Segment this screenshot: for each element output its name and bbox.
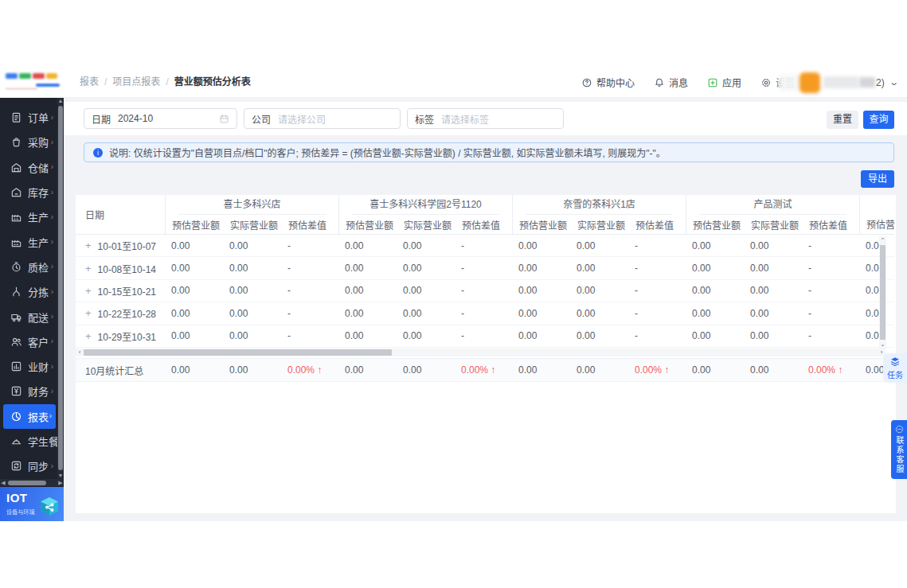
sidebar-item-production[interactable]: 生产› [0, 204, 57, 229]
scroll-left-arrow[interactable]: ◀ [0, 479, 6, 486]
value-cell: 0.00 [686, 308, 744, 319]
scrollbar-thumb[interactable] [84, 349, 392, 356]
table-header: 日期喜士多科兴店预估营业额实际营业额预估差值喜士多科兴科学园2号1120预估营业… [76, 195, 894, 235]
value-cell: 0.00 [686, 263, 744, 274]
date-range: 10-15至10-21 [98, 284, 156, 298]
sidebar-item-orders[interactable]: 订单› [0, 105, 57, 130]
help-center-button[interactable]: 帮助中心 [581, 76, 635, 89]
table-horizontal-scrollbar[interactable]: ‹ › [76, 349, 885, 356]
query-button[interactable]: 查询 [863, 111, 894, 129]
value-cell: 0.00 [223, 330, 281, 341]
scroll-down-arrow[interactable]: ⌄ [879, 341, 886, 349]
sidebar-vertical-scrollbar[interactable]: ▲ ▼ [57, 97, 64, 480]
apps-button[interactable]: 应用 [707, 76, 741, 89]
tasks-label: 任务 [887, 368, 903, 380]
sidebar-item-label: 生产 [28, 235, 49, 250]
messages-button[interactable]: 消息 [654, 76, 688, 89]
iot-banner[interactable]: IOT 设备与环境 [0, 487, 64, 521]
sidebar-item-warehouse[interactable]: 仓储› [0, 155, 57, 180]
breadcrumb-reports[interactable]: 报表 [80, 76, 99, 88]
group-title: 奈雪的茶科兴1店 [526, 195, 673, 215]
filter-bar: 日期 2024-10 公司 请选择公司 标签 请选择标签 重置 查询 [64, 102, 907, 135]
chevron-right-icon: › [51, 189, 53, 197]
chevron-right-icon: › [51, 462, 53, 470]
sidebar-item-quality[interactable]: 质检› [0, 255, 57, 279]
expand-icon[interactable]: + [85, 263, 92, 275]
sidebar-item-sorting[interactable]: 分拣› [0, 279, 57, 304]
expand-icon[interactable]: + [85, 285, 92, 297]
sidebar-item-purchase[interactable]: 采购› [0, 130, 57, 154]
scrollbar-thumb[interactable] [880, 245, 885, 340]
chevron-right-icon: › [51, 263, 53, 271]
chevron-right-icon: › [51, 163, 53, 171]
column-header: 预估营业额 [513, 218, 571, 232]
export-button[interactable]: 导出 [861, 170, 894, 188]
calendar-icon [219, 114, 229, 124]
sidebar-item-label: 仓储 [28, 160, 49, 175]
sidebar-item-reports[interactable]: 报表› [3, 404, 56, 429]
iot-cube-icon [38, 496, 61, 517]
sidebar-item-sync[interactable]: 同步› [0, 454, 57, 478]
sidebar-horizontal-scrollbar[interactable]: ◀ ▶ [0, 479, 64, 486]
inventory-icon [10, 186, 22, 198]
date-cell: +10-01至10-07 [76, 239, 165, 252]
summary-cell: 0.00% ↑ [455, 364, 512, 376]
notice-banner: i 说明: 仅统计设置为"自营项目点/档口"的客户; 预估差异 = (预估营业额… [84, 142, 894, 162]
value-cell: 0.00 [512, 285, 570, 296]
value-cell: - [281, 240, 338, 251]
sidebar-item-student-meal[interactable]: 学生餐 [0, 429, 57, 454]
table-vertical-scrollbar[interactable]: ⌃ ⌄ [879, 236, 886, 349]
sidebar-item-label: 同步 [28, 458, 49, 473]
group-title: 喜士多科兴店 [178, 195, 326, 215]
expand-icon[interactable]: + [85, 239, 92, 251]
sidebar-item-inventory[interactable]: 库存› [0, 180, 57, 204]
scrollbar-thumb[interactable] [8, 481, 46, 485]
scroll-up-arrow[interactable]: ▲ [57, 97, 64, 105]
sidebar-item-delivery[interactable]: 配送› [0, 304, 57, 329]
sidebar-item-label: 生产 [28, 209, 49, 224]
tag-select[interactable]: 标签 请选择标签 [407, 108, 564, 129]
sidebar-item-customers[interactable]: 客户› [0, 329, 57, 354]
value-cell: 0.00 [859, 285, 894, 296]
contact-support-widget[interactable]: 联系客服 [891, 420, 907, 479]
topbar-actions: 帮助中心 消息 应用 设置 2) ⌄ [562, 68, 897, 97]
scroll-right-arrow[interactable]: ▶ [57, 479, 64, 486]
production-2-icon [10, 236, 22, 248]
group-title [873, 195, 894, 214]
sidebar-item-finance[interactable]: 财务› [0, 379, 57, 403]
value-cell: 0.00 [570, 308, 628, 319]
company-placeholder: 请选择公司 [278, 112, 326, 126]
redacted-username [859, 77, 875, 88]
scroll-left-arrow[interactable]: ‹ [76, 349, 84, 356]
value-cell: 0.00 [338, 240, 397, 251]
date-value: 2024-10 [118, 113, 153, 124]
sync-icon [10, 460, 22, 472]
value-cell: - [628, 263, 686, 274]
user-suffix: 2) [876, 77, 885, 88]
summary-cell: 0.00% ↑ [628, 364, 686, 376]
value-cell: - [455, 308, 512, 319]
apps-icon [707, 77, 718, 88]
app-logo[interactable] [4, 70, 61, 95]
reports-icon [10, 411, 22, 423]
breadcrumb-project-point-reports[interactable]: 项目点报表 [112, 76, 160, 88]
sidebar-item-production-2[interactable]: 生产› [0, 229, 57, 254]
logo-block [19, 73, 31, 79]
user-menu[interactable]: 2) ⌄ [803, 72, 897, 93]
expand-icon[interactable]: + [85, 307, 92, 319]
expand-icon[interactable]: + [85, 330, 92, 342]
value-cell: 0.00 [397, 330, 455, 341]
chevron-right-icon: › [51, 313, 53, 321]
scroll-up-arrow[interactable]: ⌃ [879, 236, 886, 244]
reset-button[interactable]: 重置 [827, 111, 858, 129]
redacted-blur [779, 75, 799, 91]
company-select[interactable]: 公司 请选择公司 [244, 108, 401, 129]
date-picker[interactable]: 日期 2024-10 [84, 108, 237, 129]
tasks-widget[interactable]: 任务 [883, 353, 907, 383]
company-label: 公司 [252, 112, 271, 126]
summary-cell: 0.00% ↑ [802, 364, 859, 376]
sidebar-item-business-finance[interactable]: 业财› [0, 354, 57, 379]
notice-text: 说明: 仅统计设置为"自营项目点/档口"的客户; 预估差异 = (预估营业额-实… [109, 146, 666, 159]
scrollbar-thumb[interactable] [58, 106, 63, 470]
redacted-username [823, 76, 858, 88]
